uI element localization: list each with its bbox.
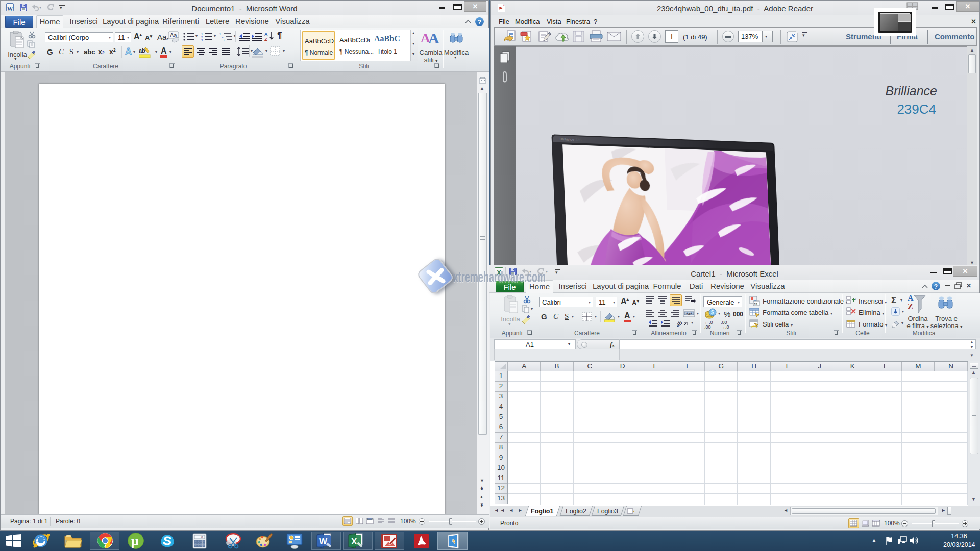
svg-text:X: X [351,537,357,546]
svg-text:Z: Z [264,37,267,42]
svg-text:→.0: →.0 [721,324,729,329]
svg-text:i: i [224,39,224,41]
svg-text:μ: μ [131,534,139,548]
svg-text:$: $ [711,310,714,315]
svg-text:ab: ab [677,319,683,328]
svg-text:ss: ss [754,302,758,306]
svg-text:A: A [264,32,268,37]
svg-text:.00: .00 [704,324,711,329]
svg-text:3: 3 [201,39,203,41]
svg-text:+a+: +a+ [686,312,692,315]
